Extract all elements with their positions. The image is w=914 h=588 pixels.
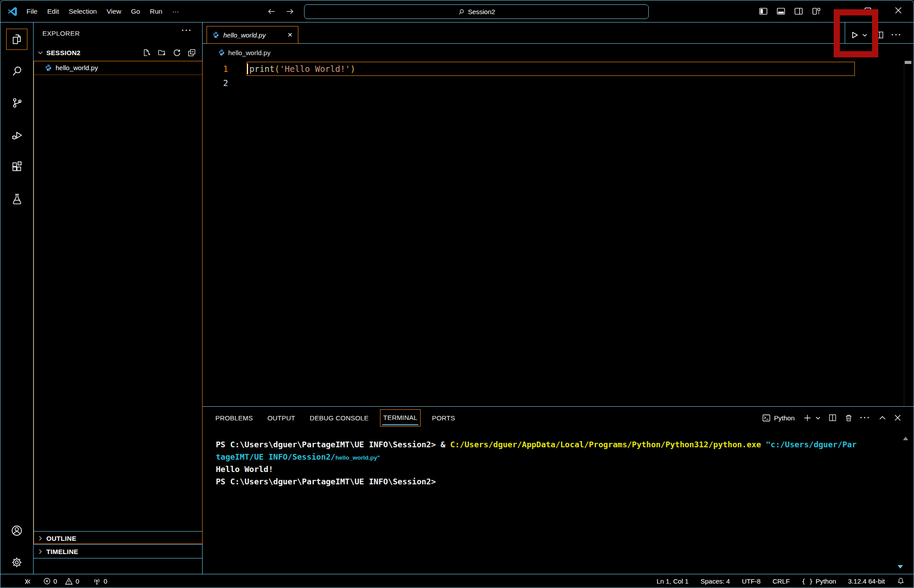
bottom-panel: PROBLEMS OUTPUT DEBUG CONSOLE TERMINAL P… [203,406,914,575]
editor-region: hello_world.py ✕ ··· [203,22,914,406]
activity-source-control-icon[interactable] [6,92,27,113]
chevron-right-icon [38,549,42,554]
activity-explorer-icon[interactable] [6,29,27,50]
activity-run-debug-icon[interactable] [6,124,27,146]
indentation[interactable]: Spaces: 4 [700,577,730,585]
line-number: 1 [203,62,228,76]
breadcrumb-file: hello_world.py [228,49,271,56]
sidebar-header: EXPLORER ··· [34,22,202,45]
refresh-icon[interactable] [173,49,181,57]
editor-tab-bar: hello_world.py ✕ ··· [203,22,914,44]
section-label: SESSION2 [46,49,80,56]
outline-section-header[interactable]: OUTLINE [34,531,202,545]
language-label: Python [816,577,836,585]
toggle-panel-icon[interactable] [776,7,786,16]
panel-more-actions-icon[interactable]: ··· [860,413,871,422]
accounts-icon[interactable] [6,520,27,541]
terminal-line: PS C:\Users\dguer\PartageIMT\UE INFO\Ses… [216,438,896,451]
terminal-text-segment: Hello World! [216,464,273,474]
new-file-icon[interactable] [143,49,151,57]
tab-terminal[interactable]: TERMINAL [380,409,420,427]
braces-icon [802,577,813,585]
menu-edit[interactable]: Edit [42,4,64,19]
menu-more[interactable]: ··· [167,4,184,19]
toggle-secondary-sidebar-icon[interactable] [794,7,804,16]
collapse-all-icon[interactable] [188,49,196,57]
tab-label: hello_world.py [223,31,283,39]
terminal-dropdown-chevron-icon[interactable] [815,415,821,421]
warning-count: 0 [75,577,79,585]
remote-indicator-icon[interactable] [23,577,32,585]
language-mode[interactable]: Python [802,577,836,585]
terminal-scroll-up-arrow[interactable] [903,437,908,440]
tab-output[interactable]: OUTPUT [267,414,295,422]
section-session2-header[interactable]: SESSION2 [34,45,202,60]
activity-bar [0,22,34,574]
code-editor[interactable]: 1 print('Hello World!') 2 [203,61,914,406]
explorer-tree-focus-outline [34,61,203,544]
chevron-down-icon [38,50,43,54]
back-arrow-icon[interactable] [267,7,276,16]
kill-terminal-trash-icon[interactable] [844,413,853,423]
sidebar-title: EXPLORER [42,30,80,37]
command-center-search[interactable]: Session2 [304,4,649,19]
chevron-right-icon [38,536,42,540]
terminal-scroll-down-arrow[interactable] [898,565,903,569]
error-count: 0 [53,577,57,585]
ports-indicator[interactable]: 0 [93,577,107,585]
tab-ports[interactable]: PORTS [432,414,455,422]
menu-run[interactable]: Run [145,4,167,19]
tab-problems[interactable]: PROBLEMS [215,414,253,422]
menu-go[interactable]: Go [126,4,145,19]
python-file-icon [212,31,219,38]
menu-bar: File Edit Selection View Go Run ··· [22,0,184,22]
close-panel-icon[interactable] [894,414,901,421]
new-folder-icon[interactable] [158,49,166,57]
tab-close-icon[interactable]: ✕ [287,31,293,38]
editor-scrollbar-thumb[interactable] [905,61,911,64]
cursor-position[interactable]: Ln 1, Col 1 [657,577,689,585]
python-file-icon [218,49,225,56]
terminal-text-segment: C:/Users/dguer/AppData/Local/Programs/Py… [450,440,766,449]
forward-arrow-icon[interactable] [285,7,295,16]
timeline-section-header[interactable]: TIMELINE [34,544,202,558]
terminal-toolbar: Python ··· [762,408,901,428]
notifications-bell-icon[interactable] [897,577,905,585]
maximize-panel-chevron-icon[interactable] [879,415,886,421]
menu-selection[interactable]: Selection [64,4,102,19]
terminal-shell-label: Python [774,414,795,422]
explorer-sidebar: EXPLORER ··· SESSION2 hello_world.py OUT… [34,22,203,574]
activity-extensions-icon[interactable] [6,156,27,177]
python-file-icon [45,64,52,71]
customize-layout-icon[interactable] [811,7,821,16]
explorer-more-actions-icon[interactable]: ··· [182,26,192,35]
split-terminal-icon[interactable] [828,413,837,422]
terminal-line: Hello World! [216,463,896,476]
python-interpreter[interactable]: 3.12.4 64-bit [848,577,885,585]
errors-indicator[interactable]: 0 [43,577,57,585]
activity-search-icon[interactable] [6,60,27,82]
breadcrumb[interactable]: hello_world.py [203,44,914,61]
new-terminal-icon[interactable] [803,413,812,423]
editor-scrollbar-track[interactable] [904,61,904,406]
toggle-sidebar-icon[interactable] [758,7,768,16]
warnings-indicator[interactable]: 0 [65,577,79,585]
settings-gear-icon[interactable] [6,552,27,573]
eol-sequence[interactable]: CRLF [772,577,790,585]
close-window-button[interactable] [895,7,902,14]
annotation-red-box [834,9,878,57]
file-name: hello_world.py [56,64,98,71]
editor-more-actions-icon[interactable]: ··· [891,30,902,39]
terminal-text-segment: PS C:\Users\dguer\PartageIMT\UE INFO\Ses… [216,440,450,449]
terminal-output[interactable]: PS C:\Users\dguer\PartageIMT\UE INFO\Ses… [216,438,896,488]
tab-hello-world[interactable]: hello_world.py ✕ [207,26,298,44]
menu-view[interactable]: View [102,4,126,19]
panel-tabs: PROBLEMS OUTPUT DEBUG CONSOLE TERMINAL P… [215,408,455,428]
tab-debug-console[interactable]: DEBUG CONSOLE [310,414,369,422]
sidebar-divider [34,558,202,558]
activity-testing-icon[interactable] [6,188,27,210]
encoding[interactable]: UTF-8 [742,577,761,585]
menu-file[interactable]: File [22,4,42,19]
terminal-text-segment: tageIMT/UE INFO/Session2/ [216,452,335,461]
file-item-hello-world[interactable]: hello_world.py [34,61,203,75]
